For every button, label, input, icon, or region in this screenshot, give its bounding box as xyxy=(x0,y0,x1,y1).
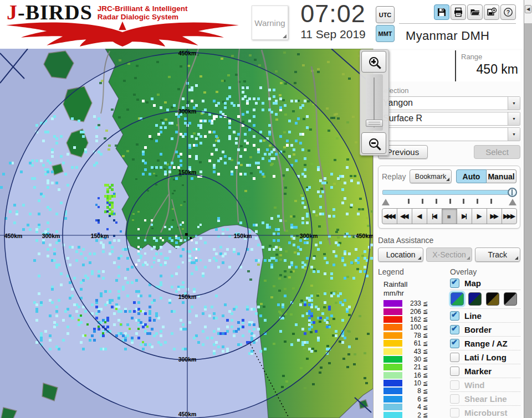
zoom-out-button[interactable] xyxy=(361,132,386,154)
range-ring-label: 450km xyxy=(4,233,23,239)
slider-tick xyxy=(477,199,478,204)
zoom-slider-handle[interactable] xyxy=(366,120,383,127)
overlay-item-label: Microburst xyxy=(464,408,508,417)
option-dropdown-value xyxy=(378,128,508,141)
data-assistance-label: Data Assistance xyxy=(378,236,520,245)
slider-start-marker-icon[interactable] xyxy=(382,199,390,205)
check-icon: ✔ xyxy=(451,310,458,319)
warning-button[interactable]: Warning xyxy=(252,6,288,40)
range-ring-label: 450km xyxy=(356,233,373,239)
lte-icon: ≦ xyxy=(423,388,428,395)
utc-button[interactable]: UTC xyxy=(376,6,395,23)
resize-grip-icon xyxy=(283,34,287,38)
lte-icon: ≦ xyxy=(423,308,428,315)
panel-scrollbar[interactable]: ◀ xyxy=(524,0,532,418)
legend-value: 78 xyxy=(402,332,421,339)
lte-icon: ≦ xyxy=(423,364,428,371)
map-style-swatches xyxy=(450,290,520,309)
legend-row: 10≦ xyxy=(378,379,443,387)
checkbox-range-az[interactable]: ✔ xyxy=(450,339,459,348)
checkbox-map[interactable]: ✔ xyxy=(450,278,459,288)
manual-button[interactable]: Manual xyxy=(487,169,516,183)
mmt-button[interactable]: MMT xyxy=(376,25,395,42)
legend-value: 43 xyxy=(402,348,421,355)
product-dropdown-button[interactable]: ▼ xyxy=(508,112,520,125)
clock-date: 11 Sep 2019 xyxy=(295,28,371,41)
jump-start-button[interactable]: ◀◀◀ xyxy=(382,208,397,224)
site-dropdown[interactable]: Yangon ▼ xyxy=(378,96,520,110)
clock-time: 07:02 xyxy=(295,0,371,28)
add-image-button[interactable] xyxy=(484,4,499,20)
select-button[interactable]: Select xyxy=(474,145,520,159)
track-button[interactable]: Track xyxy=(475,247,520,262)
lte-icon: ≦ xyxy=(423,395,428,402)
legend-color-swatch xyxy=(383,348,402,355)
stop-button[interactable]: ■ xyxy=(442,208,457,224)
play-button[interactable]: ▶ xyxy=(472,208,487,224)
legend-value: 16 xyxy=(402,371,421,379)
jump-end-button[interactable]: ▶▶▶ xyxy=(502,208,517,224)
lte-icon: ≦ xyxy=(423,300,428,307)
replay-mode-toggle: Auto Manual xyxy=(456,169,516,183)
map-style-3[interactable] xyxy=(486,292,499,306)
step-forward-button[interactable]: ▶| xyxy=(457,208,472,224)
x-section-button[interactable]: X-Section xyxy=(426,247,472,262)
slider-tick xyxy=(449,199,451,204)
button-label: Location xyxy=(386,250,416,259)
save-button[interactable] xyxy=(434,4,449,20)
site-dropdown-button[interactable]: ▼ xyxy=(508,97,520,110)
fast-forward-button[interactable]: ▶▶ xyxy=(487,208,502,224)
option-dropdown-button[interactable]: ▼ xyxy=(508,128,520,141)
range-ring-label: 300km xyxy=(178,356,197,363)
overlay-row-marker: Marker xyxy=(450,364,520,378)
checkbox-line[interactable]: ✔ xyxy=(450,311,459,321)
data-assistance-buttons: LocationX-SectionTrack xyxy=(378,247,520,262)
location-button[interactable]: Location xyxy=(378,247,423,262)
range-ring-label: 450km xyxy=(178,411,197,417)
print-icon xyxy=(453,7,463,17)
print-button[interactable] xyxy=(451,4,466,20)
step-back-button[interactable]: |◀ xyxy=(427,208,442,224)
menu-corner-icon xyxy=(515,256,518,260)
legend-row: 78≦ xyxy=(378,332,443,339)
auto-button[interactable]: Auto xyxy=(456,169,487,183)
selection-label: Selection xyxy=(379,86,520,95)
checkbox-lati-long[interactable] xyxy=(450,353,459,362)
help-button[interactable]: ? xyxy=(500,4,516,20)
legend-row: 21≦ xyxy=(378,363,443,371)
checkbox-border[interactable]: ✔ xyxy=(450,325,459,334)
replay-group: Replay Bookmark Auto Manual ◀◀◀◀◀◀|◀■▶|▶… xyxy=(378,166,520,229)
option-dropdown[interactable]: ▼ xyxy=(378,127,520,141)
bookmark-label: Bookmark xyxy=(415,173,446,180)
replay-slider-handle[interactable] xyxy=(508,188,517,197)
radar-map[interactable]: 450km300km150km150km300km450km450km300km… xyxy=(0,49,373,418)
product-dropdown[interactable]: Surface R ▼ xyxy=(378,112,520,126)
range-label: Range xyxy=(461,53,518,61)
zoom-in-button[interactable] xyxy=(361,51,386,73)
legend-unit: Rainfall mm/hr xyxy=(383,280,443,298)
map-style-1[interactable] xyxy=(451,292,464,306)
slider-end-marker-icon[interactable] xyxy=(509,199,516,205)
map-style-4[interactable] xyxy=(504,292,517,306)
lte-icon: ≦ xyxy=(423,324,428,331)
panel-collapse-button[interactable]: ◀ xyxy=(525,5,531,13)
legend-row: 61≦ xyxy=(378,339,443,347)
product-dropdown-value: Surface R xyxy=(378,112,508,125)
replay-slider[interactable] xyxy=(382,188,516,197)
legend-color-swatch xyxy=(383,308,402,315)
folder-button[interactable] xyxy=(467,4,483,20)
zoom-slider[interactable] xyxy=(366,74,383,131)
overlay-row-map: ✔Map xyxy=(450,276,520,290)
fast-rewind-button[interactable]: ◀◀ xyxy=(397,208,412,224)
overlay-row-range-az: ✔Range / AZ xyxy=(450,337,520,350)
overlay-row-microburst: Microburst xyxy=(450,406,520,418)
map-style-2[interactable] xyxy=(468,292,482,306)
lte-icon: ≦ xyxy=(423,316,428,323)
slider-tick xyxy=(490,199,492,204)
play-reverse-button[interactable]: ◀ xyxy=(412,208,427,224)
legend-row: 16≦ xyxy=(378,371,443,379)
clock: 07:02 11 Sep 2019 xyxy=(295,0,371,49)
bookmark-button[interactable]: Bookmark xyxy=(410,169,452,183)
button-label: X-Section xyxy=(432,250,466,259)
checkbox-marker[interactable] xyxy=(450,367,459,376)
